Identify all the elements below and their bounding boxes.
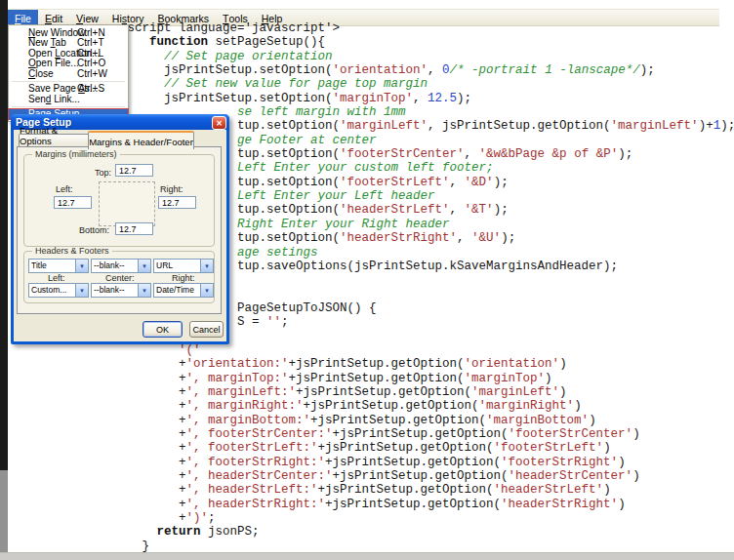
- page-setup-dialog: Page Setup ✕ Format & Options Margins & …: [11, 114, 229, 344]
- chevron-down-icon[interactable]: ▼: [200, 260, 213, 272]
- headers-footers-group-label: Headers & Footers: [32, 247, 112, 256]
- footer-right-combo[interactable]: Date/Time ▼: [153, 283, 214, 298]
- menu-item-label: New Tab: [28, 37, 66, 48]
- menu-item-send-link[interactable]: Send Link...: [9, 94, 128, 104]
- menu-item-new-tab[interactable]: New TabCtrl+T: [9, 38, 128, 49]
- left-dark-strip: [0, 0, 8, 470]
- code-line: // Set new value for page top margin: [120, 77, 734, 91]
- menu-item-label: Close: [28, 68, 54, 79]
- code-line: +', marginRight:'+jsPrintSetup.getOption…: [120, 399, 734, 413]
- code-line: }: [120, 540, 734, 553]
- column-label-right: Right:: [172, 273, 195, 283]
- menu-item-label: Open File...: [28, 58, 79, 68]
- chevron-down-icon[interactable]: ▼: [75, 284, 88, 297]
- menu-item-shortcut: Ctrl+O: [77, 58, 105, 68]
- header-right-combo[interactable]: URL ▼: [153, 259, 214, 273]
- menu-item-shortcut: Ctrl+T: [77, 37, 104, 48]
- code-line: jsPrintSetup.setOption('marginTop', 12.5…: [120, 92, 734, 105]
- tab-margins-header-footer[interactable]: Margins & Header/Footer: [88, 131, 194, 149]
- dialog-body: Format & Options Margins & Header/Footer…: [14, 130, 226, 341]
- code-line: +', headerStrCenter:'+jsPrintSetup.getOp…: [120, 469, 734, 483]
- code-line: jsPrintSetup.setOption('orientation', 0/…: [120, 63, 734, 77]
- code-line: +', marginBottom:'+jsPrintSetup.getOptio…: [120, 414, 734, 427]
- code-line: function setPageSetup(){: [120, 35, 734, 49]
- menu-edit[interactable]: Edit: [38, 10, 69, 25]
- menu-view[interactable]: View: [69, 10, 105, 25]
- top-margin-label: Top:: [95, 168, 111, 178]
- margins-tab-panel: Margins (millimeters) Top: Left: Right: …: [17, 146, 222, 314]
- chevron-down-icon[interactable]: ▼: [138, 284, 150, 297]
- column-label-left: Left:: [48, 273, 65, 283]
- file-menu: New WindowCtrl+NNew TabCtrl+TOpen Locati…: [8, 24, 129, 122]
- code-line: +', footerStrLeft:'+jsPrintSetup.getOpti…: [120, 441, 734, 455]
- menu-separator: [12, 106, 125, 107]
- code-line: // Set page orientation: [120, 50, 734, 63]
- code-line: +', marginLeft:'+jsPrintSetup.getOption(…: [120, 385, 734, 399]
- menu-item-shortcut: Ctrl+W: [77, 68, 107, 79]
- chevron-down-icon[interactable]: ▼: [200, 284, 213, 297]
- browser-window: <script language='javascript'> function …: [0, 0, 734, 560]
- footer-center-combo[interactable]: --blank-- ▼: [91, 283, 151, 298]
- headers-footers-group: Headers & Footers Title ▼ --blank-- ▼ UR…: [23, 251, 215, 303]
- menu-item-close[interactable]: CloseCtrl+W: [9, 68, 128, 79]
- menu-item-label: Send Link...: [28, 94, 80, 104]
- left-gray-strip: [0, 470, 8, 552]
- header-center-combo[interactable]: --blank-- ▼: [91, 259, 151, 273]
- chevron-down-icon[interactable]: ▼: [138, 260, 150, 272]
- right-margin-input[interactable]: [158, 196, 196, 209]
- code-line: +', headerStrLeft:'+jsPrintSetup.getOpti…: [120, 483, 734, 497]
- menu-item-shortcut: Ctrl+S: [77, 83, 104, 94]
- left-margin-label: Left:: [56, 184, 73, 194]
- left-margin-input[interactable]: [54, 196, 92, 209]
- bottom-gray-strip: [0, 552, 734, 560]
- margins-group: Margins (millimeters) Top: Left: Right: …: [23, 154, 215, 247]
- ok-button[interactable]: OK: [143, 321, 183, 338]
- bottom-margin-input[interactable]: [115, 222, 153, 235]
- menu-file[interactable]: File: [8, 10, 38, 25]
- menu-item-open-file[interactable]: Open File...Ctrl+O: [9, 59, 128, 69]
- right-margin-label: Right:: [160, 184, 184, 194]
- code-line: +')';: [120, 511, 734, 525]
- cancel-button[interactable]: Cancel: [189, 321, 224, 338]
- code-line: +', footerStrCenter:'+jsPrintSetup.getOp…: [120, 427, 734, 441]
- menu-item-shortcut: Ctrl+N: [77, 27, 105, 38]
- menu-separator: [12, 81, 125, 82]
- header-left-combo[interactable]: Title ▼: [28, 259, 89, 273]
- code-line: return jsonPS;: [120, 525, 734, 539]
- column-label-center: Center:: [105, 273, 135, 283]
- chevron-down-icon[interactable]: ▼: [75, 260, 88, 272]
- code-line: <script language='javascript'>: [120, 21, 734, 35]
- menu-item-shortcut: Ctrl+L: [77, 48, 103, 59]
- menu-item-save-page-as[interactable]: Save Page As...Ctrl+S: [9, 84, 128, 95]
- menu-item-open-location[interactable]: Open Location...Ctrl+L: [9, 48, 128, 59]
- code-line: +'orientation:'+jsPrintSetup.getOption('…: [120, 357, 734, 371]
- margins-preview-box: [99, 181, 155, 226]
- footer-left-combo[interactable]: Custom... ▼: [28, 283, 89, 298]
- bottom-margin-label: Bottom:: [79, 225, 109, 235]
- close-icon[interactable]: ✕: [212, 116, 226, 130]
- menu-item-new-window[interactable]: New WindowCtrl+N: [9, 27, 128, 38]
- code-line: +', footerStrRight:'+jsPrintSetup.getOpt…: [120, 456, 734, 469]
- margins-group-label: Margins (millimeters): [32, 150, 120, 159]
- code-line: +', headerStrRight:'+jsPrintSetup.getOpt…: [120, 498, 734, 511]
- top-margin-input[interactable]: [115, 164, 153, 177]
- code-line: '(': [120, 343, 734, 357]
- code-line: +', marginTop:'+jsPrintSetup.getOption('…: [120, 372, 734, 385]
